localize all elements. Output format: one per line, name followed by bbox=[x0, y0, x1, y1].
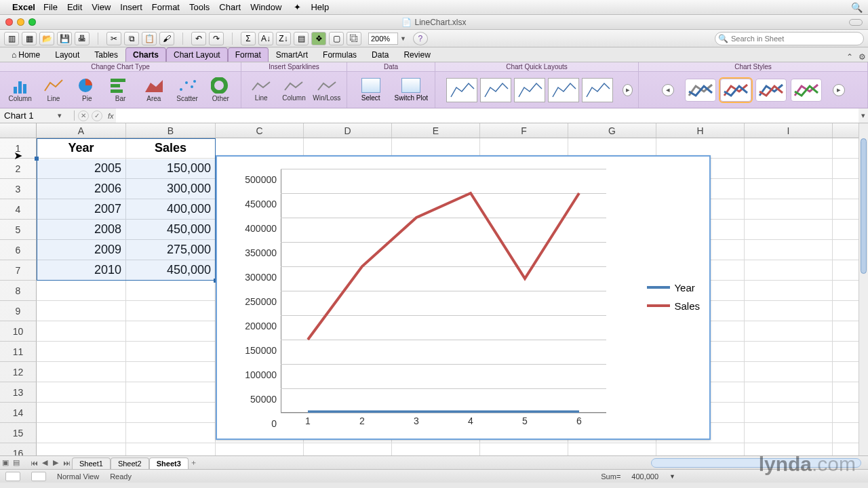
paste-icon[interactable]: 📋 bbox=[142, 32, 157, 45]
cell-A5[interactable]: 2008 bbox=[37, 220, 126, 239]
chevron-down-icon[interactable]: ▾ bbox=[54, 111, 65, 120]
settings-icon[interactable]: ⚙ bbox=[856, 52, 868, 62]
cell-B3[interactable]: 300,000 bbox=[126, 179, 216, 199]
minimize-icon[interactable] bbox=[17, 18, 24, 26]
row-header-12[interactable]: 12 bbox=[0, 362, 37, 382]
menu-spotlight-icon[interactable]: ✦ bbox=[294, 2, 301, 12]
view-buttons-icon[interactable]: ▤ bbox=[11, 458, 22, 467]
cell-B14[interactable] bbox=[126, 403, 216, 422]
zoom-control[interactable]: ▼ bbox=[368, 33, 406, 45]
redo-icon[interactable]: ↷ bbox=[209, 32, 224, 45]
sheet-tab-sheet3[interactable]: Sheet3 bbox=[149, 458, 189, 469]
gallery-icon[interactable]: ▤ bbox=[294, 32, 309, 45]
cell-B7[interactable]: 450,000 bbox=[126, 260, 216, 280]
cell-I2[interactable] bbox=[745, 159, 833, 178]
legend-item-year[interactable]: Year bbox=[647, 282, 700, 293]
cancel-icon[interactable]: ✕ bbox=[78, 110, 89, 121]
sparkline-win-loss[interactable]: Win/Loss bbox=[313, 78, 341, 102]
first-sheet-icon[interactable]: ⏮ bbox=[28, 459, 39, 467]
row-header-1[interactable]: 1 bbox=[0, 138, 37, 159]
cell-I10[interactable] bbox=[745, 321, 833, 341]
tab-review[interactable]: Review bbox=[396, 47, 437, 62]
sort-desc-icon[interactable]: Z↓ bbox=[276, 32, 291, 45]
cell-H16[interactable] bbox=[656, 443, 745, 455]
cell-I9[interactable] bbox=[745, 301, 833, 321]
toolbar-toggle[interactable] bbox=[849, 19, 863, 26]
sheet-search[interactable]: 🔍 bbox=[715, 32, 864, 45]
selection-handle[interactable] bbox=[35, 157, 39, 161]
cell-B10[interactable] bbox=[126, 321, 216, 341]
embedded-chart[interactable]: 0 50000 100000 150000 200000 250000 3000… bbox=[216, 155, 711, 440]
scrollbar-thumb[interactable] bbox=[861, 138, 867, 274]
menu-edit[interactable]: Edit bbox=[67, 2, 82, 12]
row-header-2[interactable]: 2 bbox=[0, 159, 37, 179]
cell-A15[interactable] bbox=[37, 423, 126, 443]
chart-type-line[interactable]: Line bbox=[39, 77, 68, 102]
formula-input[interactable] bbox=[116, 108, 859, 123]
chart-type-scatter[interactable]: Scatter bbox=[172, 77, 201, 102]
add-sheet-icon[interactable]: ＋ bbox=[189, 458, 199, 468]
cell-A11[interactable] bbox=[37, 342, 126, 361]
name-box[interactable]: ▾ bbox=[0, 110, 75, 121]
cell-I7[interactable] bbox=[745, 260, 833, 280]
chart-type-pie[interactable]: Pie bbox=[73, 77, 102, 102]
cell-I15[interactable] bbox=[745, 423, 833, 443]
chart-style-2[interactable] bbox=[720, 79, 751, 102]
toolbox-icon[interactable]: ❖ bbox=[311, 32, 326, 45]
more-layouts-icon[interactable]: ▸ bbox=[623, 84, 633, 96]
tab-format[interactable]: Format bbox=[228, 47, 269, 62]
sheet-tab-sheet1[interactable]: Sheet1 bbox=[72, 458, 111, 469]
row-header-4[interactable]: 4 bbox=[0, 199, 37, 220]
confirm-icon[interactable]: ✓ bbox=[92, 110, 102, 121]
row-header-13[interactable]: 13 bbox=[0, 382, 37, 403]
data-switch-plot[interactable]: Switch Plot bbox=[393, 78, 430, 102]
menu-view[interactable]: View bbox=[92, 2, 111, 12]
tab-formulas[interactable]: Formulas bbox=[315, 47, 364, 62]
print-icon[interactable]: 🖶 bbox=[75, 32, 90, 45]
cell-I4[interactable] bbox=[745, 199, 833, 219]
last-sheet-icon[interactable]: ⏭ bbox=[61, 459, 72, 467]
new-icon[interactable]: ▥ bbox=[4, 32, 19, 45]
column-headers[interactable]: ABCDEFGHI bbox=[0, 123, 859, 138]
cell-A2[interactable]: 2005 bbox=[37, 159, 126, 178]
cell-G16[interactable] bbox=[568, 443, 656, 455]
cell-A10[interactable] bbox=[37, 321, 126, 341]
menu-file[interactable]: File bbox=[43, 2, 58, 12]
normal-view-icon[interactable] bbox=[5, 472, 20, 481]
cell-B5[interactable]: 450,000 bbox=[126, 220, 216, 239]
row-header-8[interactable]: 8 bbox=[0, 281, 37, 301]
cell-A13[interactable] bbox=[37, 382, 126, 402]
col-header-H[interactable]: H bbox=[656, 123, 745, 138]
cell-I1[interactable] bbox=[745, 138, 833, 158]
view-buttons-icon[interactable]: ▣ bbox=[0, 458, 11, 467]
cell-B15[interactable] bbox=[126, 423, 216, 443]
cell-D16[interactable] bbox=[304, 443, 392, 455]
col-header-G[interactable]: G bbox=[568, 123, 656, 138]
undo-icon[interactable]: ↶ bbox=[191, 32, 206, 45]
quick-layout-3[interactable] bbox=[514, 78, 545, 102]
tab-smartart[interactable]: SmartArt bbox=[269, 47, 315, 62]
prev-style-icon[interactable]: ◂ bbox=[662, 84, 674, 96]
sparkline-column[interactable]: Column bbox=[279, 78, 308, 102]
app-name[interactable]: Excel bbox=[12, 2, 35, 12]
format-painter-icon[interactable]: 🖌 bbox=[159, 32, 174, 45]
media-icon[interactable]: ⿻ bbox=[347, 32, 361, 45]
menu-window[interactable]: Window bbox=[250, 2, 281, 12]
prev-sheet-icon[interactable]: ◀ bbox=[39, 458, 50, 467]
chevron-down-icon[interactable]: ▼ bbox=[669, 473, 675, 480]
row-header-3[interactable]: 3 bbox=[0, 179, 37, 199]
tab-home[interactable]: ⌂Home bbox=[4, 47, 47, 62]
cell-B9[interactable] bbox=[126, 301, 216, 321]
tab-charts[interactable]: Charts bbox=[125, 47, 166, 62]
cell-I8[interactable] bbox=[745, 281, 833, 300]
worksheet-area[interactable]: ABCDEFGHI 12345678910111213141516 YearSa… bbox=[0, 123, 868, 455]
row-header-10[interactable]: 10 bbox=[0, 321, 37, 342]
cell-B12[interactable] bbox=[126, 362, 216, 382]
spotlight-icon[interactable]: 🔍 bbox=[851, 2, 863, 13]
cell-B2[interactable]: 150,000 bbox=[126, 159, 216, 178]
col-header-F[interactable]: F bbox=[480, 123, 568, 138]
cell-I6[interactable] bbox=[745, 240, 833, 260]
cell-I13[interactable] bbox=[745, 382, 833, 402]
save-icon[interactable]: 💾 bbox=[57, 32, 72, 45]
sort-asc-icon[interactable]: A↓ bbox=[258, 32, 273, 45]
